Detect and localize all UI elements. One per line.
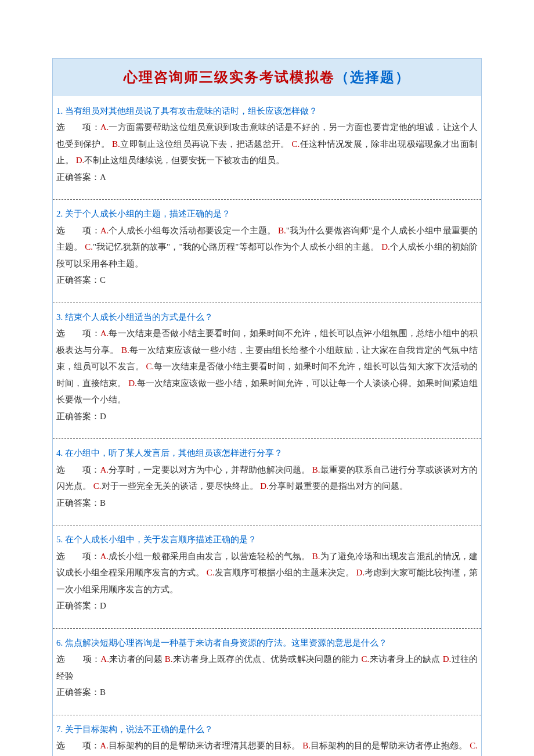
question-block: 5. 在个人成长小组中，关于发言顺序描述正确的是？选 项：A.成长小组一般都采用… — [53, 525, 481, 629]
options-prefix: 选 项： — [56, 654, 100, 664]
question-options: 选 项：A.一方面需要帮助这位组员意识到攻击意味的话是不好的，另一方面也要肯定他… — [56, 119, 478, 169]
page-title-sub: （选择题） — [335, 70, 410, 85]
option-key: A. — [100, 741, 109, 750]
option-key: D. — [443, 654, 452, 664]
option-key: C. — [93, 481, 102, 491]
spacer — [56, 289, 478, 297]
question-title: 2. 关于个人成长小组的主题，描述正确的是？ — [56, 206, 478, 222]
options-prefix: 选 项： — [56, 123, 100, 132]
option-text: "我记忆犹新的故事"，"我的心路历程"等都可以作为个人成长小组的主题。 — [93, 242, 381, 251]
option-text: 不制止这组员继续说，但要安抚一下被攻击的组员。 — [84, 156, 284, 165]
option-text: 成长小组一般都采用自由发言，以营造轻松的气氛。 — [109, 552, 312, 561]
spacer — [56, 424, 478, 433]
question-block: 4. 在小组中，听了某人发言后，其他组员该怎样进行分享？选 项：A.分享时，一定… — [53, 439, 481, 525]
spacer — [56, 701, 478, 709]
option-text: 来访者的问题 — [109, 654, 165, 664]
option-text: 目标架构的目的是帮助来访者停止抱怨。 — [311, 741, 470, 750]
option-text: 立即制止这位组员再说下去，把话题岔开。 — [120, 139, 292, 149]
exam-page: 心理咨询师三级实务考试模拟卷（选择题） 1. 当有组员对其他组员说了具有攻击意味… — [52, 58, 482, 756]
correct-answer: 正确答案：B — [56, 684, 478, 701]
option-text: 分享时最重要的是指出对方的问题。 — [269, 481, 408, 491]
question-block: 2. 关于个人成长小组的主题，描述正确的是？选 项：A.个人成长小组每次活动都要… — [53, 200, 481, 303]
correct-answer: 正确答案：A — [56, 169, 478, 186]
question-options: 选 项：A.来访者的问题 B.来访者身上既存的优点、优势或解决问题的能力 C.来… — [56, 651, 478, 684]
option-text: 目标架构的目的是帮助来访者理清其想要的目标。 — [109, 741, 302, 750]
question-block: 7. 关于目标架构，说法不正确的是什么？选 项：A.目标架构的目的是帮助来访者理… — [53, 715, 481, 756]
option-key: D. — [381, 242, 390, 251]
option-key: D. — [260, 481, 269, 491]
option-key: A. — [100, 552, 109, 561]
option-text: 分享时，一定要以对方为中心，并帮助他解决问题。 — [109, 465, 312, 474]
option-key: D. — [356, 568, 365, 577]
options-prefix: 选 项： — [56, 329, 100, 338]
question-block: 6. 焦点解决短期心理咨询是一种基于来访者自身资源的疗法。这里资源的意思是什么？… — [53, 629, 481, 715]
option-key: C. — [361, 654, 369, 664]
option-key: A. — [100, 226, 109, 235]
option-key: A. — [100, 329, 109, 338]
option-text: 对于一些完全无关的谈话，要尽快终止。 — [102, 481, 261, 491]
option-key: C. — [292, 139, 300, 149]
page-title-main: 心理咨询师三级实务考试模拟卷 — [124, 70, 335, 85]
question-block: 1. 当有组员对其他组员说了具有攻击意味的话时，组长应该怎样做？选 项：A.一方… — [53, 97, 481, 200]
option-key: C. — [207, 568, 215, 577]
question-block: 3. 结束个人成长小组适当的方式是什么？选 项：A.每一次结束是否做小结主要看时… — [53, 303, 481, 440]
question-title: 5. 在个人成长小组中，关于发言顺序描述正确的是？ — [56, 531, 478, 548]
option-key: B. — [312, 465, 320, 474]
option-key: D. — [128, 379, 137, 388]
spacer — [56, 614, 478, 622]
correct-answer: 正确答案：D — [56, 597, 478, 614]
option-key: C. — [85, 242, 93, 251]
options-prefix: 选 项： — [56, 226, 100, 235]
question-options: 选 项：A.分享时，一定要以对方为中心，并帮助他解决问题。 B.最重要的联系自己… — [56, 462, 478, 495]
option-key: A. — [100, 123, 109, 132]
question-title: 7. 关于目标架构，说法不正确的是什么？ — [56, 721, 478, 738]
option-key: C. — [146, 362, 154, 371]
spacer — [56, 511, 478, 519]
option-key: D. — [76, 156, 85, 165]
correct-answer: 正确答案：D — [56, 408, 478, 425]
option-key: B. — [112, 139, 120, 149]
option-text: 来访者身上既存的优点、优势或解决问题的能力 — [173, 654, 362, 664]
option-text: 来访者身上的缺点 — [369, 654, 442, 664]
option-key: B. — [278, 226, 286, 235]
questions-container: 1. 当有组员对其他组员说了具有攻击意味的话时，组长应该怎样做？选 项：A.一方… — [53, 97, 481, 756]
question-title: 4. 在小组中，听了某人发言后，其他组员该怎样进行分享？ — [56, 445, 478, 462]
question-title: 6. 焦点解决短期心理咨询是一种基于来访者自身资源的疗法。这里资源的意思是什么？ — [56, 635, 478, 651]
question-options: 选 项：A.个人成长小组每次活动都要设定一个主题。 B."我为什么要做咨询师"是… — [56, 222, 478, 272]
option-key: B. — [302, 741, 311, 750]
question-options: 选 项：A.每一次结束是否做小结主要看时间，如果时间不允许，组长可以点评小组氛围… — [56, 325, 478, 408]
options-prefix: 选 项： — [56, 552, 100, 561]
correct-answer: 正确答案：B — [56, 495, 478, 512]
options-prefix: 选 项： — [56, 741, 100, 750]
title-banner: 心理咨询师三级实务考试模拟卷（选择题） — [53, 59, 481, 97]
option-key: C. — [470, 741, 478, 750]
question-title: 3. 结束个人成长小组适当的方式是什么？ — [56, 309, 478, 326]
option-key: B. — [312, 552, 320, 561]
options-prefix: 选 项： — [56, 465, 100, 474]
option-key: B. — [121, 345, 129, 355]
question-options: 选 项：A.目标架构的目的是帮助来访者理清其想要的目标。 B.目标架构的目的是帮… — [56, 737, 478, 756]
option-key: A. — [100, 654, 109, 664]
question-title: 1. 当有组员对其他组员说了具有攻击意味的话时，组长应该怎样做？ — [56, 103, 478, 120]
option-text: 发言顺序可根据小组的主题来决定。 — [215, 568, 356, 577]
question-options: 选 项：A.成长小组一般都采用自由发言，以营造轻松的气氛。 B.为了避免冷场和出… — [56, 548, 478, 598]
option-key: B. — [165, 654, 173, 664]
option-key: A. — [100, 465, 109, 474]
option-text: 个人成长小组每次活动都要设定一个主题。 — [109, 226, 278, 235]
correct-answer: 正确答案：C — [56, 272, 478, 289]
spacer — [56, 185, 478, 193]
